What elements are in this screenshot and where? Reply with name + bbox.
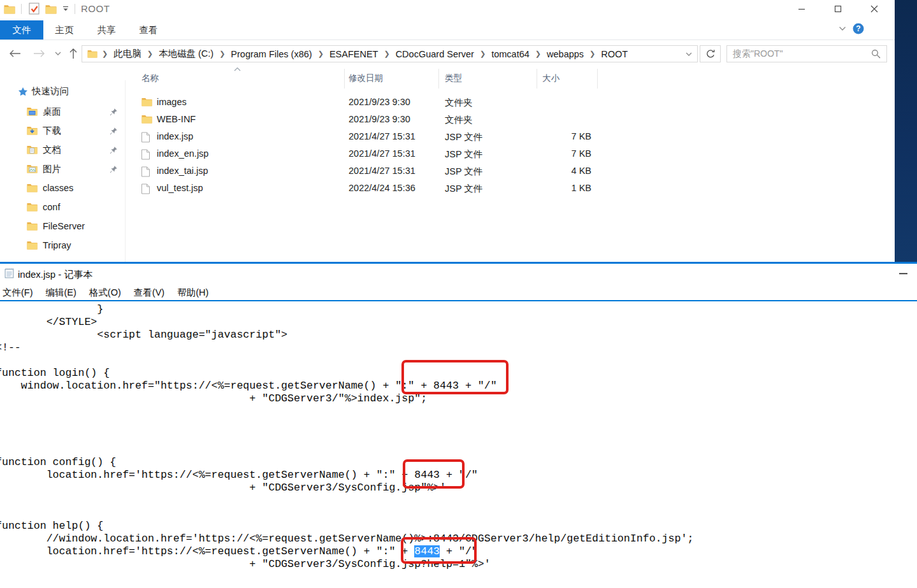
sidebar-item-label: 文档 bbox=[43, 144, 61, 156]
sidebar-quick-access-label: 快速访问 bbox=[32, 85, 69, 97]
qat-customize-dropdown-icon[interactable] bbox=[62, 6, 69, 12]
sidebar-item-label: conf bbox=[43, 202, 60, 212]
notepad-menu-item[interactable]: 格式(O) bbox=[83, 287, 127, 299]
file-date-modified: 2021/4/27 15:31 bbox=[349, 166, 415, 176]
code-line bbox=[0, 507, 917, 520]
file-row-index_en.jsp[interactable]: index_en.jsp2021/4/27 15:31JSP 文件7 KB bbox=[126, 146, 895, 163]
file-size: 1 KB bbox=[543, 183, 591, 193]
sort-ascending-icon[interactable] bbox=[234, 67, 241, 71]
qat-properties-icon[interactable] bbox=[29, 3, 40, 15]
address-dropdown-chevron-icon[interactable] bbox=[686, 52, 692, 57]
breadcrumb: ❯此电脑❯本地磁盘 (C:)❯Program Files (x86)❯ESAFE… bbox=[101, 48, 633, 60]
notepad-window-title: index.jsp - 记事本 bbox=[18, 269, 93, 281]
address-folder-icon bbox=[87, 50, 97, 58]
minimize-button[interactable] bbox=[787, 0, 816, 18]
notepad-menu-item[interactable]: 帮助(H) bbox=[171, 287, 215, 299]
file-list-pane: 名称 修改日期 类型 大小 images2021/9/23 9:30文件夹WEB… bbox=[126, 67, 895, 264]
column-header-name[interactable]: 名称 bbox=[141, 73, 159, 84]
svg-text:?: ? bbox=[856, 24, 860, 33]
breadcrumb-item[interactable]: Program Files (x86) bbox=[226, 49, 317, 59]
file-name: images bbox=[157, 97, 187, 107]
notepad-titlebar[interactable]: index.jsp - 记事本 bbox=[0, 264, 917, 285]
sidebar-item-classes[interactable]: classes bbox=[0, 178, 126, 197]
annotation-box-config-8443 bbox=[403, 459, 465, 489]
file-type: JSP 文件 bbox=[445, 166, 482, 178]
column-separator[interactable] bbox=[597, 69, 598, 89]
ribbon-collapse-chevron-icon[interactable] bbox=[839, 26, 846, 31]
back-button[interactable] bbox=[5, 45, 24, 62]
ribbon-tab[interactable]: 主页 bbox=[43, 20, 85, 39]
sidebar-item-下载[interactable]: 下载 bbox=[0, 121, 126, 140]
breadcrumb-item[interactable]: ROOT bbox=[596, 49, 633, 59]
sidebar-item-conf[interactable]: conf bbox=[0, 197, 126, 217]
code-line: <!-- bbox=[0, 341, 917, 354]
file-size: 7 KB bbox=[543, 148, 591, 159]
breadcrumb-separator-icon[interactable]: ❯ bbox=[383, 50, 390, 58]
breadcrumb-item[interactable]: webapps bbox=[542, 49, 589, 59]
column-separator[interactable] bbox=[344, 69, 345, 89]
column-separator[interactable] bbox=[438, 69, 439, 89]
column-header-type[interactable]: 类型 bbox=[445, 73, 462, 84]
breadcrumb-separator-icon[interactable]: ❯ bbox=[219, 50, 226, 58]
notepad-menu-item[interactable]: 查看(V) bbox=[127, 287, 171, 299]
column-separator[interactable] bbox=[537, 69, 537, 89]
notepad-menubar-separator bbox=[0, 300, 917, 301]
breadcrumb-separator-icon[interactable]: ❯ bbox=[101, 50, 108, 58]
file-row-vul_test.jsp[interactable]: vul_test.jsp2022/4/24 15:36JSP 文件1 KB bbox=[126, 180, 895, 197]
file-row-images[interactable]: images2021/9/23 9:30文件夹 bbox=[126, 94, 895, 111]
star-icon bbox=[18, 87, 28, 97]
qat-new-folder-icon[interactable] bbox=[45, 4, 57, 14]
ribbon-tab[interactable]: 查看 bbox=[127, 20, 170, 39]
sidebar-item-quick-access[interactable]: 快速访问 bbox=[18, 85, 69, 97]
sidebar-item-Tripray[interactable]: Tripray bbox=[0, 236, 126, 255]
notepad-text-area[interactable]: } </STYLE> <script language="javascript"… bbox=[0, 303, 917, 571]
navigation-pane: 快速访问 桌面下载文档图片classesconfFileServerTripra… bbox=[0, 80, 126, 264]
sidebar-item-FileServer[interactable]: FileServer bbox=[0, 217, 126, 236]
breadcrumb-separator-icon[interactable]: ❯ bbox=[479, 50, 486, 58]
file-row-index_tai.jsp[interactable]: index_tai.jsp2021/4/27 15:31JSP 文件4 KB bbox=[126, 163, 895, 180]
notepad-menu-item[interactable]: 编辑(E) bbox=[40, 287, 83, 299]
code-line: } bbox=[0, 303, 917, 316]
notepad-menu-item[interactable]: 文件(F) bbox=[0, 287, 40, 299]
sidebar-item-桌面[interactable]: 桌面 bbox=[0, 102, 126, 121]
address-bar[interactable]: ❯此电脑❯本地磁盘 (C:)❯Program Files (x86)❯ESAFE… bbox=[82, 45, 698, 62]
file-row-index.jsp[interactable]: index.jsp2021/4/27 15:31JSP 文件7 KB bbox=[126, 129, 895, 146]
breadcrumb-separator-icon[interactable]: ❯ bbox=[147, 50, 154, 58]
downloads-folder-icon bbox=[27, 126, 38, 135]
search-icon bbox=[871, 49, 881, 59]
file-row-WEB-INF[interactable]: WEB-INF2021/9/23 9:30文件夹 bbox=[126, 111, 895, 129]
file-icon bbox=[141, 149, 150, 160]
breadcrumb-item[interactable]: 此电脑 bbox=[108, 48, 147, 60]
tab-file[interactable]: 文件 bbox=[0, 20, 43, 39]
column-header-size[interactable]: 大小 bbox=[542, 73, 560, 84]
forward-button[interactable] bbox=[29, 45, 48, 62]
breadcrumb-item[interactable]: tomcat64 bbox=[486, 49, 535, 59]
maximize-button[interactable] bbox=[823, 0, 853, 18]
file-size: 7 KB bbox=[543, 131, 591, 141]
breadcrumb-separator-icon[interactable]: ❯ bbox=[535, 50, 542, 58]
help-icon[interactable]: ? bbox=[853, 23, 864, 34]
sidebar-item-label: 下载 bbox=[43, 125, 61, 137]
pin-icon bbox=[110, 127, 118, 135]
folder-icon bbox=[27, 203, 38, 212]
breadcrumb-item[interactable]: 本地磁盘 (C:) bbox=[154, 48, 219, 60]
column-header-date[interactable]: 修改日期 bbox=[349, 73, 383, 84]
breadcrumb-separator-icon[interactable]: ❯ bbox=[589, 50, 596, 58]
breadcrumb-separator-icon[interactable]: ❯ bbox=[317, 50, 324, 58]
file-date-modified: 2021/9/23 9:30 bbox=[349, 114, 410, 124]
ribbon-tab[interactable]: 共享 bbox=[85, 20, 127, 39]
search-input[interactable]: 搜索"ROOT" bbox=[726, 45, 887, 62]
sidebar-item-文档[interactable]: 文档 bbox=[0, 140, 126, 159]
explorer-window-folder-icon bbox=[4, 4, 15, 14]
code-line: <script language="javascript"> bbox=[0, 329, 917, 341]
notepad-minimize-button[interactable] bbox=[899, 264, 917, 283]
explorer-titlebar[interactable]: ROOT bbox=[0, 0, 895, 18]
file-type: JSP 文件 bbox=[445, 148, 482, 161]
breadcrumb-item[interactable]: CDocGuard Server bbox=[391, 49, 479, 59]
close-button[interactable] bbox=[860, 0, 889, 18]
pictures-folder-icon bbox=[27, 164, 38, 173]
breadcrumb-item[interactable]: ESAFENET bbox=[324, 49, 384, 59]
refresh-button[interactable] bbox=[700, 45, 721, 62]
sidebar-item-图片[interactable]: 图片 bbox=[0, 159, 126, 178]
up-button[interactable] bbox=[64, 45, 83, 62]
